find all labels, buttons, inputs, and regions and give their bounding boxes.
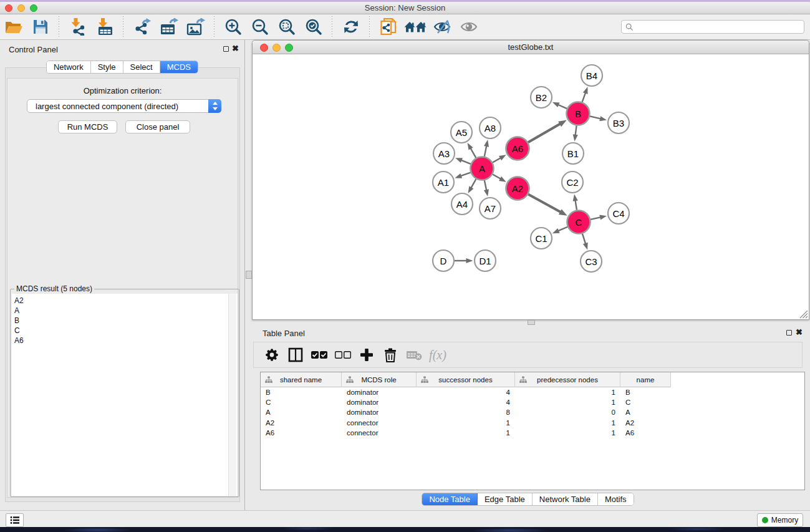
- export-network-button[interactable]: [128, 16, 155, 38]
- left-splitter-handle[interactable]: [246, 271, 252, 279]
- mcds-result-item[interactable]: A2: [12, 296, 238, 306]
- delete-column-button[interactable]: [378, 344, 402, 366]
- add-column-button[interactable]: [355, 344, 378, 366]
- edge-A6-B[interactable]: [528, 123, 561, 142]
- table-cell[interactable]: 1: [515, 399, 620, 406]
- edge-A-A1[interactable]: [460, 173, 471, 177]
- export-image-button[interactable]: [182, 16, 209, 38]
- save-session-button[interactable]: [27, 16, 54, 38]
- edge-C-C3[interactable]: [582, 234, 586, 244]
- search-input[interactable]: [634, 22, 804, 31]
- close-panel-button[interactable]: Close panel: [125, 120, 190, 133]
- table-row[interactable]: Adominator80A: [261, 407, 804, 417]
- table-cell[interactable]: B: [620, 389, 671, 396]
- zoom-fit-button[interactable]: [273, 16, 300, 38]
- edge-B-B4[interactable]: [582, 92, 586, 102]
- table-cell[interactable]: 4: [417, 389, 515, 396]
- show-columns-button[interactable]: [307, 344, 331, 366]
- mcds-result-item[interactable]: C: [12, 326, 238, 336]
- table-cell[interactable]: dominator: [342, 409, 417, 416]
- tab-network[interactable]: Network: [47, 61, 91, 73]
- table-cell[interactable]: A: [261, 409, 342, 416]
- edge-B-B2[interactable]: [557, 104, 567, 109]
- edge-A-A3[interactable]: [461, 160, 471, 163]
- table-row[interactable]: Bdominator41B: [261, 387, 804, 397]
- memory-button[interactable]: Memory: [757, 513, 803, 527]
- table-cell[interactable]: 4: [417, 399, 515, 406]
- hide-columns-button[interactable]: [331, 344, 355, 366]
- column-header-predecessor-nodes[interactable]: predecessor nodes: [515, 372, 620, 387]
- table-row[interactable]: Cdominator41C: [261, 397, 804, 407]
- close-panel-icon[interactable]: ✖: [232, 46, 239, 52]
- table-cell[interactable]: A2: [261, 419, 342, 427]
- optimization-criterion-dropdown[interactable]: largest connected component (directed): [27, 99, 221, 113]
- network-view-window[interactable]: testGlobe.txt B4B2BB3A8A5A6A3B1AC2A1A2A4…: [252, 40, 809, 320]
- automation-panel-button[interactable]: [6, 513, 24, 527]
- table-cell[interactable]: 1: [515, 429, 620, 437]
- table-cell[interactable]: C: [261, 399, 342, 406]
- edge-A-A5[interactable]: [470, 148, 476, 158]
- table-cell[interactable]: connector: [342, 429, 417, 437]
- tab-edge-table[interactable]: Edge Table: [478, 493, 533, 505]
- table-row[interactable]: A2connector11A2: [261, 418, 804, 428]
- mcds-result-item[interactable]: B: [12, 316, 238, 326]
- edge-B-B1[interactable]: [576, 125, 577, 135]
- tab-style[interactable]: Style: [91, 61, 123, 73]
- table-cell[interactable]: 1: [417, 429, 515, 437]
- hide-selected-button[interactable]: [428, 16, 455, 38]
- table-row[interactable]: A6connector11A6: [261, 428, 804, 438]
- table-cell[interactable]: 8: [417, 409, 515, 416]
- export-table-button[interactable]: [155, 16, 182, 38]
- split-columns-button[interactable]: [284, 344, 307, 366]
- edge-A-A2[interactable]: [493, 175, 501, 180]
- edge-A-A6[interactable]: [493, 158, 501, 163]
- table-cell[interactable]: 1: [515, 419, 620, 427]
- table-cell[interactable]: 0: [515, 409, 620, 416]
- window-resize-grip[interactable]: [799, 310, 808, 319]
- table-cell[interactable]: dominator: [342, 389, 417, 396]
- tab-mcds[interactable]: MCDS: [160, 61, 198, 73]
- table-cell[interactable]: B: [261, 389, 342, 396]
- mcds-result-item[interactable]: A: [12, 306, 238, 316]
- column-header-name[interactable]: name: [620, 372, 671, 387]
- result-list-scrollbar[interactable]: [228, 294, 236, 496]
- edge-C-C1[interactable]: [557, 227, 567, 231]
- edge-A-A7[interactable]: [485, 180, 486, 191]
- import-table-button[interactable]: [91, 16, 118, 38]
- zoom-selected-button[interactable]: [300, 16, 327, 38]
- column-header-shared-name[interactable]: shared name: [261, 372, 342, 387]
- table-cell[interactable]: A6: [261, 429, 342, 437]
- first-neighbors-button[interactable]: [402, 16, 428, 38]
- zoom-in-button[interactable]: [219, 16, 246, 38]
- zoom-out-button[interactable]: [246, 16, 273, 38]
- mcds-result-item[interactable]: A6: [12, 336, 238, 346]
- edge-C-C2[interactable]: [575, 200, 577, 210]
- refresh-button[interactable]: [337, 16, 364, 38]
- table-cell[interactable]: A6: [620, 429, 671, 437]
- table-cell[interactable]: dominator: [342, 399, 417, 406]
- tab-motifs[interactable]: Motifs: [598, 493, 634, 505]
- open-session-button[interactable]: [0, 16, 27, 38]
- table-cell[interactable]: A: [620, 409, 671, 416]
- bottom-splitter-handle[interactable]: [528, 320, 535, 325]
- close-table-panel-icon[interactable]: ✖: [796, 329, 803, 336]
- table-cell[interactable]: A2: [620, 419, 671, 427]
- edge-B-B3[interactable]: [590, 116, 601, 118]
- table-cell[interactable]: 1: [515, 389, 620, 396]
- column-header-successor-nodes[interactable]: successor nodes: [417, 372, 515, 387]
- edge-A-A8[interactable]: [485, 145, 487, 157]
- run-mcds-button[interactable]: Run MCDS: [58, 120, 117, 133]
- tab-network-table[interactable]: Network Table: [533, 493, 598, 505]
- import-network-button[interactable]: [64, 16, 91, 38]
- table-cell[interactable]: connector: [342, 419, 417, 427]
- tab-node-table[interactable]: Node Table: [422, 493, 478, 505]
- show-all-button[interactable]: [455, 16, 482, 38]
- column-header-MCDS-role[interactable]: MCDS role: [342, 372, 417, 387]
- float-panel-icon[interactable]: [223, 46, 229, 52]
- delete-table-button[interactable]: [402, 344, 426, 366]
- edge-A2-C[interactable]: [528, 194, 561, 212]
- edge-A-A4[interactable]: [471, 179, 476, 188]
- gear-button[interactable]: [260, 344, 284, 366]
- network-canvas[interactable]: B4B2BB3A8A5A6A3B1AC2A1A2A4A7C4CC1C3DD1: [253, 54, 809, 319]
- float-table-panel-icon[interactable]: [786, 330, 792, 336]
